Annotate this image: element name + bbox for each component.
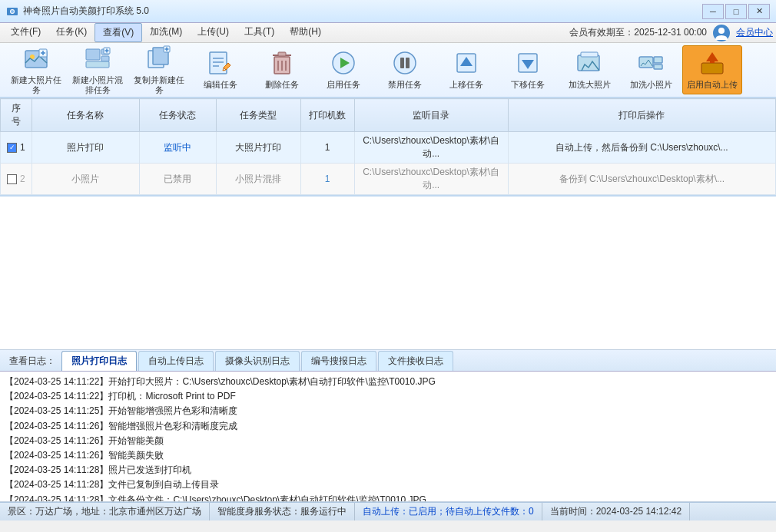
svg-rect-44	[639, 57, 653, 68]
status-service-label: 智能度身服务状态：	[217, 505, 300, 518]
delete-task-label: 删除任务	[265, 80, 299, 90]
enable-task-button[interactable]: 启用任务	[313, 45, 373, 94]
log-area: 【2024-03-25 14:11:22】开始打印大照片：C:\Users\zh…	[0, 372, 776, 502]
log-line: 【2024-03-25 14:11:26】智能美颜失败	[5, 448, 771, 463]
row1-checkbox-cell[interactable]: 1	[1, 132, 32, 164]
title-bar: 神奇照片自动美颜打印系统 5.0 ─ □ ✕	[0, 0, 776, 23]
new-large-icon	[22, 45, 50, 72]
svg-rect-9	[86, 49, 100, 60]
col-type: 任务类型	[216, 99, 300, 132]
menu-file[interactable]: 文件(F)	[3, 23, 48, 42]
status-bar: 景区：万达广场，地址：北京市通州区万达广场 智能度身服务状态： 服务运行中 自动…	[0, 502, 776, 520]
member-expiry: 会员有效期至：2025-12-31 00:00	[569, 26, 707, 39]
svg-rect-45	[654, 57, 662, 63]
row2-printers: 1	[300, 164, 354, 195]
move-up-task-button[interactable]: 上移任务	[436, 45, 496, 94]
copy-new-task-label: 复制并新建任务	[131, 75, 187, 95]
move-up-task-label: 上移任务	[449, 80, 483, 90]
status-service: 智能度身服务状态： 服务运行中	[210, 503, 355, 520]
disable-task-button[interactable]: 禁用任务	[375, 45, 435, 94]
maximize-button[interactable]: □	[725, 4, 747, 19]
new-small-mix-icon	[84, 45, 111, 72]
col-name: 任务名称	[32, 99, 139, 132]
row1-checkbox[interactable]	[7, 143, 17, 153]
row2-checkbox[interactable]	[7, 174, 17, 184]
svg-point-35	[394, 52, 416, 74]
new-small-mix-task-label: 新建小照片混排任务	[70, 75, 125, 95]
row2-checkbox-cell[interactable]: 2	[1, 164, 32, 195]
menu-upload[interactable]: 上传(U)	[190, 23, 237, 42]
svg-rect-12	[86, 61, 109, 68]
disable-icon	[391, 49, 419, 77]
wash-large-button[interactable]: 加洗大照片	[559, 45, 619, 94]
menu-help[interactable]: 帮助(H)	[282, 23, 329, 42]
row2-num: 2	[20, 173, 25, 184]
member-center-link[interactable]: 会员中心	[736, 26, 773, 39]
svg-rect-46	[654, 64, 662, 69]
col-printers: 打印机数	[300, 99, 354, 132]
new-large-task-button[interactable]: 新建大照片任务	[6, 45, 66, 94]
move-up-icon	[453, 49, 480, 77]
auto-upload-icon	[698, 49, 726, 77]
table-row[interactable]: 2 小照片 已禁用 小照片混排 1 C:\Users\zhouxc\Deskto…	[1, 164, 776, 195]
edit-task-label: 编辑任务	[204, 80, 237, 90]
move-down-task-label: 下移任务	[511, 80, 545, 90]
move-down-task-button[interactable]: 下移任务	[498, 45, 558, 94]
menu-items: 文件(F) 任务(K) 查看(V) 加洗(M) 上传(U) 工具(T) 帮助(H…	[3, 23, 329, 42]
wash-small-button[interactable]: 加洗小照片	[621, 45, 681, 94]
tab-code-report[interactable]: 编号搜报日志	[301, 351, 376, 371]
row1-dir: C:\Users\zhouxc\Desktop\素材\自动...	[354, 132, 508, 164]
row2-dir: C:\Users\zhouxc\Desktop\素材\自动...	[354, 164, 508, 195]
svg-rect-29	[278, 52, 286, 56]
tab-camera-detect[interactable]: 摄像头识别日志	[215, 351, 300, 371]
col-dir: 监听目录	[354, 99, 508, 132]
wash-small-label: 加洗小照片	[630, 80, 672, 90]
wash-large-label: 加洗大照片	[569, 80, 611, 90]
disable-task-label: 禁用任务	[388, 80, 422, 90]
task-table: 序号 任务名称 任务状态 任务类型 打印机数 监听目录 打印后操作 1 照片打印…	[0, 98, 776, 195]
window-controls: ─ □ ✕	[702, 4, 770, 19]
auto-upload-button[interactable]: 启用自动上传	[682, 45, 742, 94]
col-num: 序号	[1, 99, 32, 132]
svg-rect-47	[701, 63, 723, 74]
svg-point-2	[11, 10, 14, 13]
row2-type: 小照片混排	[216, 164, 300, 195]
edit-task-button[interactable]: 编辑任务	[191, 45, 250, 94]
menu-task[interactable]: 任务(K)	[48, 23, 95, 42]
status-upload: 自动上传：已启用；待自动上传文件数：0	[355, 503, 542, 520]
new-small-mix-task-button[interactable]: 新建小照片混排任务	[68, 45, 128, 94]
tab-file-receive[interactable]: 文件接收日志	[378, 351, 453, 371]
menu-view[interactable]: 查看(V)	[95, 23, 142, 42]
menu-wash[interactable]: 加洗(M)	[142, 23, 190, 42]
minimize-button[interactable]: ─	[702, 4, 724, 19]
row2-status: 已禁用	[139, 164, 216, 195]
member-icon	[713, 25, 730, 41]
copy-new-task-button[interactable]: 复制并新建任务	[129, 45, 189, 94]
svg-rect-36	[400, 58, 404, 68]
row1-printers: 1	[300, 132, 354, 164]
svg-rect-37	[406, 58, 410, 68]
app-title: 神奇照片自动美颜打印系统 5.0	[23, 5, 149, 18]
row2-name: 小照片	[32, 164, 139, 195]
row1-name: 照片打印	[32, 132, 139, 164]
close-button[interactable]: ✕	[748, 4, 770, 19]
tab-photo-print[interactable]: 照片打印日志	[61, 351, 137, 371]
log-line: 【2024-03-25 14:11:28】文件备份文件：C:\Users\zho…	[5, 493, 771, 503]
delete-task-button[interactable]: 删除任务	[252, 45, 312, 94]
log-line: 【2024-03-25 14:11:25】开始智能增强照片色彩和清晰度	[5, 404, 771, 418]
edit-icon	[207, 49, 234, 77]
menu-tools[interactable]: 工具(T)	[237, 23, 282, 42]
log-line: 【2024-03-25 14:11:22】开始打印大照片：C:\Users\zh…	[5, 375, 771, 389]
toolbar: 新建大照片任务 新建小照片混排任务	[0, 43, 776, 98]
row2-action: 备份到 C:\Users\zhouxc\Desktop\素材\...	[508, 164, 775, 195]
copy-new-icon	[145, 45, 173, 72]
table-row[interactable]: 1 照片打印 监听中 大照片打印 1 C:\Users\zhouxc\Deskt…	[1, 132, 776, 164]
log-label: 查看日志：	[3, 352, 61, 371]
tab-auto-upload[interactable]: 自动上传日志	[138, 351, 214, 371]
member-avatar-icon	[713, 25, 730, 41]
enable-task-label: 启用任务	[327, 80, 360, 90]
status-service-value: 服务运行中	[300, 505, 347, 518]
new-large-task-label: 新建大照片任务	[8, 75, 64, 95]
log-line: 【2024-03-25 14:11:28】照片已发送到打印机	[5, 463, 771, 477]
auto-upload-label: 启用自动上传	[687, 80, 738, 90]
